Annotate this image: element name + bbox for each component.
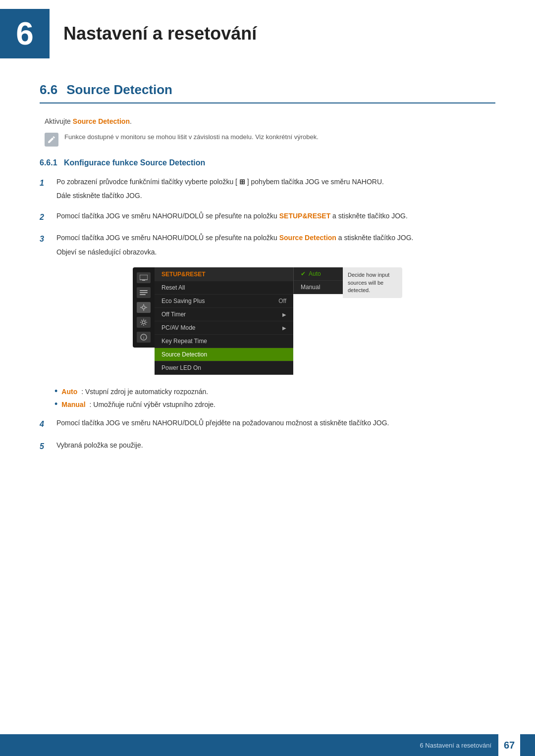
step-2: 2 Pomocí tlačítka JOG ve směru NAHORU/DO…: [40, 210, 495, 224]
step-3: 3 Pomocí tlačítka JOG ve směru NAHORU/DO…: [40, 232, 495, 257]
step-number-2: 2: [40, 211, 50, 224]
step-number-3: 3: [40, 233, 50, 257]
bullet-auto: Auto : Vstupní zdroj je automaticky rozp…: [54, 387, 495, 396]
svg-rect-0: [140, 275, 148, 280]
screen-icon-monitor: [137, 272, 151, 283]
note-icon: [45, 133, 58, 147]
menu-item-keyrep: Key Repeat Time: [155, 335, 293, 348]
step-content-2: Pomocí tlačítka JOG ve směru NAHORU/DOLŮ…: [56, 210, 495, 224]
svg-rect-4: [140, 294, 146, 295]
section-number: 6.6: [40, 82, 57, 98]
screen-icon-lines: [137, 287, 151, 298]
svg-point-5: [142, 306, 145, 309]
pencil-icon: [47, 135, 56, 144]
screen-wrap: i SETUP&RESET Reset All Eco Saving Plus …: [133, 267, 402, 375]
step3-bold: Source Detection: [279, 234, 336, 242]
step-1: 1 Po zobrazení průvodce funkčními tlačít…: [40, 176, 495, 202]
step-5: 5 Vybraná položka se použije.: [40, 440, 495, 453]
submenu-manual: Manual: [294, 281, 343, 294]
step-content-1: Po zobrazení průvodce funkčními tlačítky…: [56, 176, 495, 202]
screen-submenu: ✔ Auto Manual: [293, 267, 343, 294]
step-number-5: 5: [40, 440, 50, 453]
submenu-auto: ✔ Auto: [294, 267, 343, 281]
bullet-manual-bold: Manual: [61, 401, 85, 408]
svg-rect-3: [140, 292, 148, 293]
steps-list: 1 Po zobrazení průvodce funkčními tlačít…: [40, 176, 495, 257]
svg-rect-1: [142, 280, 145, 281]
screen-icon-gear: [137, 317, 151, 328]
bullet-auto-bold: Auto: [61, 388, 77, 396]
svg-rect-2: [140, 290, 148, 291]
screen-menu: SETUP&RESET Reset All Eco Saving Plus Of…: [155, 267, 293, 375]
gear-icon: [140, 318, 148, 326]
menu-item-reset: Reset All: [155, 281, 293, 295]
section-title: Source Detection: [66, 82, 172, 98]
step-content-5: Vybraná položka se použije.: [56, 440, 495, 453]
note-box: Funkce dostupné v monitoru se mohou liši…: [45, 132, 495, 147]
note-text: Funkce dostupné v monitoru se mohou liši…: [64, 132, 319, 142]
menu-item-powerled: Power LED On: [155, 361, 293, 375]
activate-bold: Source Detection: [73, 117, 130, 125]
bullet-list: Auto : Vstupní zdroj je automaticky rozp…: [54, 387, 495, 408]
screen-icon-info: i: [137, 332, 151, 343]
menu-item-pcav: PC/AV Mode ▶: [155, 321, 293, 335]
menu-item-offtimer: Off Timer ▶: [155, 308, 293, 321]
menu-item-eco: Eco Saving Plus Off: [155, 295, 293, 308]
page-footer: 6 Nastavení a resetování 67: [0, 734, 535, 756]
arrows-icon: [140, 303, 148, 311]
info-icon: i: [140, 334, 147, 341]
chapter-header: 6 Nastavení a resetování: [0, 0, 535, 67]
svg-point-6: [142, 321, 145, 324]
steps-list-2: 4 Pomocí tlačítka JOG ve směru NAHORU/DO…: [40, 417, 495, 453]
step-number-4: 4: [40, 418, 50, 431]
screen-icon-arrows: [137, 302, 151, 313]
activate-line: Aktivujte Source Detection.: [45, 117, 495, 125]
subsection-heading: 6.6.1 Konfigurace funkce Source Detectio…: [40, 158, 495, 167]
step-content-4: Pomocí tlačítka JOG ve směru NAHORU/DOLŮ…: [56, 417, 495, 431]
chapter-number: 6: [0, 9, 50, 58]
menu-header: SETUP&RESET: [155, 267, 293, 281]
step-content-3: Pomocí tlačítka JOG ve směru NAHORU/DOLŮ…: [56, 232, 495, 257]
step-number-1: 1: [40, 177, 50, 202]
monitor-icon: [140, 275, 148, 281]
svg-text:i: i: [143, 335, 144, 340]
menu-item-sourcedet: Source Detection: [155, 348, 293, 361]
chapter-title: Nastavení a resetování: [63, 23, 257, 44]
lines-icon: [140, 290, 148, 295]
page-number: 67: [498, 734, 520, 756]
screen-tooltip: Decide how input sources will be detecte…: [343, 267, 402, 298]
screen-container: i SETUP&RESET Reset All Eco Saving Plus …: [40, 267, 495, 375]
step-4: 4 Pomocí tlačítka JOG ve směru NAHORU/DO…: [40, 417, 495, 431]
step2-bold: SETUP&RESET: [279, 212, 330, 220]
screen-left-icons: i: [133, 267, 155, 348]
main-content: 6.6 Source Detection Aktivujte Source De…: [0, 72, 535, 501]
bullet-manual: Manual : Umožňuje ruční výběr vstupního …: [54, 400, 495, 408]
footer-chapter-label: 6 Nastavení a resetování: [420, 742, 491, 749]
section-heading: 6.6 Source Detection: [40, 82, 495, 103]
